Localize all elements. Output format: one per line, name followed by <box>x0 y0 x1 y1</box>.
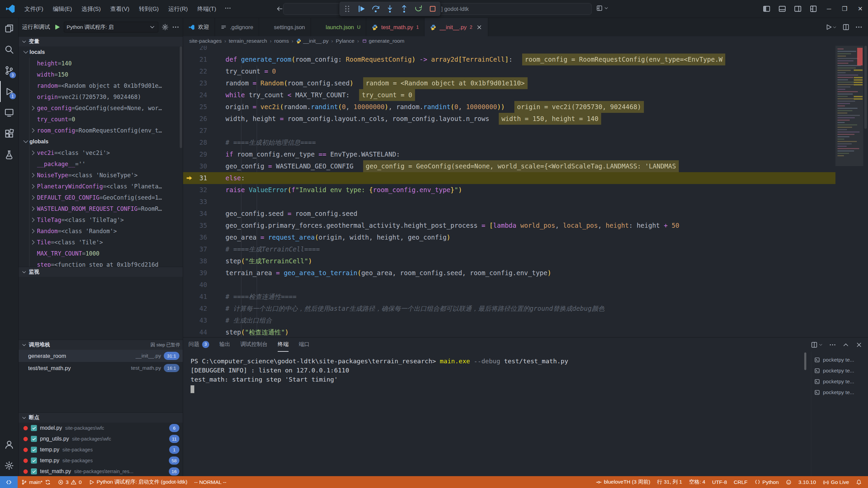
menu-转到[interactable]: 转到(G) <box>135 3 163 15</box>
line-number[interactable]: 38 <box>183 255 215 267</box>
code-line-36[interactable]: 36 geo_area = request_area(origin, width… <box>183 231 835 243</box>
restart-icon[interactable] <box>414 4 423 13</box>
panel-tab-调试控制台[interactable]: 调试控制台 <box>240 338 268 352</box>
breadcrumb-item[interactable]: generate_room <box>362 38 405 44</box>
line-number[interactable]: 28 <box>183 137 215 148</box>
terminal-scrollbar[interactable] <box>804 352 806 370</box>
breakpoint-checkbox[interactable] <box>31 436 37 442</box>
code-line-29[interactable]: 29 if room_config.env_type == EnvType.WA… <box>183 148 835 160</box>
line-number[interactable]: 36 <box>183 231 215 243</box>
terminal-output[interactable]: PS C:\computer_science\godot-ldtk\site-p… <box>183 352 811 476</box>
breadcrumb-item[interactable]: terrain_research <box>229 38 267 44</box>
menu-终端[interactable]: 终端(T) <box>193 3 220 15</box>
variable-row[interactable]: NoiseType = <class 'NoiseType'> <box>19 169 183 181</box>
code-line-25[interactable]: 25 origin = vec2i(random.randint(0, 1000… <box>183 101 835 113</box>
breadcrumb-item[interactable]: site-packages <box>189 38 222 44</box>
line-number[interactable]: 29 <box>183 148 215 160</box>
more-actions-icon[interactable] <box>855 23 863 31</box>
activity-extensions[interactable] <box>0 123 19 144</box>
line-number[interactable]: 26 <box>183 113 215 125</box>
breakpoint-row[interactable]: png_utils.pysite-packages\wfc11 <box>19 433 183 444</box>
code-line-35[interactable]: 35 geo_config.primary_forces.geothermal_… <box>183 220 835 231</box>
code-line-34[interactable]: 34 geo_config.seed = room_config.seed <box>183 208 835 220</box>
line-number[interactable]: 25 <box>183 101 215 113</box>
continue-icon[interactable] <box>357 4 366 13</box>
split-editor-icon[interactable] <box>842 23 850 31</box>
more-actions-icon[interactable] <box>829 341 836 348</box>
variable-row[interactable]: vec2i = <class 'vec2i'> <box>19 147 183 158</box>
menu-查看[interactable]: 查看(V) <box>106 3 134 15</box>
window-minimize-button[interactable]: ─ <box>821 0 837 18</box>
code-line-28[interactable]: 28 # ====生成初始地理信息==== <box>183 137 835 148</box>
toggle-sidebar-icon[interactable] <box>763 5 771 13</box>
variable-row[interactable]: try_count = 0 <box>19 114 183 125</box>
variable-row[interactable]: origin = vec2i(7205730, 9024468) <box>19 91 183 102</box>
status-python-version[interactable]: 3.10.10 <box>795 476 820 488</box>
window-close-button[interactable]: ✕ <box>852 0 868 18</box>
menu-文件[interactable]: 文件(F) <box>20 3 47 15</box>
panel-tab-输出[interactable]: 输出 <box>219 338 230 352</box>
customize-layout-icon[interactable] <box>809 5 817 13</box>
status-git-branch[interactable]: main* <box>18 476 54 488</box>
variable-row[interactable]: __package__ = '' <box>19 158 183 169</box>
breakpoint-checkbox[interactable] <box>31 425 37 431</box>
close-panel-icon[interactable] <box>855 341 863 348</box>
variable-row[interactable]: random = <Random object at 0x1bf9d01e… <box>19 80 183 91</box>
activity-run-and-debug[interactable]: 1 <box>0 81 19 102</box>
status-language-mode[interactable]: Python <box>751 476 782 488</box>
variable-row[interactable]: width = 150 <box>19 69 183 80</box>
activity-accounts[interactable] <box>0 434 19 455</box>
line-number[interactable]: 24 <box>183 89 215 101</box>
launch-terminal-profile-button[interactable] <box>811 341 823 348</box>
line-number[interactable]: 34 <box>183 208 215 220</box>
line-number[interactable]: 27 <box>183 125 215 137</box>
breakpoint-row[interactable]: temp.pysite-packages58 <box>19 455 183 466</box>
activity-remote-explorer[interactable] <box>0 102 19 123</box>
sidebar-scrollbar[interactable] <box>180 46 182 148</box>
variable-row[interactable]: DEFAULT_GEO_CONFIG = GeoConfig(seed=1… <box>19 192 183 203</box>
code-line-40[interactable]: 40 <box>183 279 835 291</box>
panel-tab-问题[interactable]: 问题3 <box>189 338 209 352</box>
activity-testing[interactable] <box>0 144 19 165</box>
line-number[interactable]: 41 <box>183 291 215 303</box>
breakpoint-row[interactable]: model.pysite-packages\wfc6 <box>19 423 183 433</box>
activity-search[interactable] <box>0 39 19 60</box>
scope-row[interactable]: globals <box>19 136 183 147</box>
activity-explorer[interactable] <box>0 18 19 39</box>
line-number[interactable]: 40 <box>183 279 215 291</box>
variable-row[interactable]: MAX_TRY_COUNT = 1000 <box>19 248 183 259</box>
code-line-26[interactable]: 26 width, height = room_config.layout.n_… <box>183 113 835 125</box>
line-number[interactable]: 22 <box>183 65 215 77</box>
line-number[interactable]: 44 <box>183 326 215 337</box>
panel-tab-端口[interactable]: 端口 <box>299 338 310 352</box>
scope-row[interactable]: locals <box>19 46 183 58</box>
callstack-frame[interactable]: generate_room__init__.py31:1 <box>19 350 183 362</box>
terminal-instance[interactable]: pocketpy te... <box>811 365 868 376</box>
stop-icon[interactable] <box>428 4 437 13</box>
code-line-24[interactable]: 24 while try_count < MAX_TRY_COUNT:try_c… <box>183 89 835 101</box>
code-line-43[interactable]: 43 # 生成出口组合 <box>183 314 835 326</box>
run-python-file-button[interactable] <box>825 23 837 31</box>
breakpoint-checkbox[interactable] <box>31 458 37 464</box>
menu-运行[interactable]: 运行(R) <box>164 3 192 15</box>
toggle-panel-icon[interactable] <box>778 5 786 13</box>
status-cursor-position[interactable]: 行 31, 列 1 <box>654 476 686 488</box>
debug-config-select[interactable]: Python 调试程序: 启 <box>64 22 159 33</box>
line-number[interactable]: 35 <box>183 220 215 231</box>
variable-row[interactable]: PlanetaryWindConfig = <class 'Planeta… <box>19 181 183 192</box>
breakpoint-row[interactable]: temp.pysite-packages1 <box>19 444 183 455</box>
breakpoint-checkbox[interactable] <box>31 468 37 474</box>
step-out-icon[interactable] <box>400 4 409 13</box>
status-debug-config[interactable]: Python 调试程序: 启动文件 (godot-ldtk) <box>85 476 191 488</box>
status-notifications-bell[interactable] <box>852 476 865 488</box>
layout-dropdown-icon[interactable] <box>596 5 603 12</box>
tab-欢迎[interactable]: 欢迎 <box>183 18 215 36</box>
breadcrumb-item[interactable]: __init__.py <box>296 38 329 44</box>
activity-source-control[interactable]: 3 <box>0 60 19 81</box>
status-eol[interactable]: CRLF <box>730 476 751 488</box>
menu-选择[interactable]: 选择(S) <box>77 3 105 15</box>
code-line-38[interactable]: 38 step("生成TerrainCell") <box>183 255 835 267</box>
start-debug-button[interactable] <box>53 23 61 31</box>
status-encoding[interactable]: UTF-8 <box>709 476 730 488</box>
tab-settings.json[interactable]: settings.json <box>259 18 311 36</box>
